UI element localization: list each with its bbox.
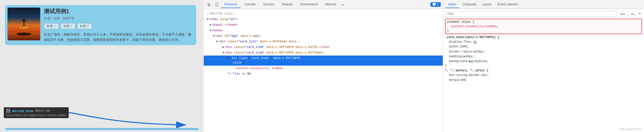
svg-marker-16 bbox=[433, 5, 434, 6]
card-inner-body: display : flex ; width : 100% ; border-r… bbox=[445, 40, 642, 64]
element-style-rule: element.style { content-visibility : hid… bbox=[445, 19, 642, 34]
element-type-icon bbox=[7, 109, 10, 113]
svg-point-2 bbox=[19, 26, 28, 29]
prop-colon: : bbox=[484, 24, 486, 29]
tree-card-item-2: <div class="card_item" data-v-5877d0fb d… bbox=[204, 50, 443, 56]
prop-value-border-radius: 10px bbox=[476, 49, 484, 54]
display-prop: display : flex ; bbox=[449, 40, 642, 44]
styles-panel: Styles Computed Layout Event Listeners :… bbox=[443, 0, 644, 132]
prop-name-border-radius: border-radius bbox=[449, 49, 473, 54]
tree-doctype: <!DOCTYPE html> bbox=[204, 11, 443, 17]
web-page-panel: 测试用例1 作者 · 分类 · 500万字 标签一 标签二 标签三 忆在广陵初，… bbox=[0, 0, 204, 132]
card-text: 忆在广陵初，移船问相识。君骑白马天上来，手把铜章好颜色。东风袅袅吹落花，下马邀予… bbox=[44, 32, 194, 43]
tree-html: <html lang="en"> bbox=[204, 17, 443, 22]
devtools-panel: Elements Console Sources Network Perform… bbox=[204, 0, 443, 132]
tree-card-inner-selected[interactable]: <div class="card_inner" data-v-5877d0fb … bbox=[204, 56, 443, 66]
border-radius-prop: border-radius : ▶ 10px ; bbox=[449, 49, 642, 54]
tree-body: <body> bbox=[204, 28, 443, 33]
hov-toggle-btn[interactable]: :hov bbox=[618, 12, 627, 16]
styles-tab-bar: Styles Computed Layout Event Listeners bbox=[443, 0, 644, 9]
tree-card-list: <div class="card_list" data-v-8d756a6c d… bbox=[204, 39, 443, 44]
styles-filter-input[interactable] bbox=[445, 11, 617, 17]
chat-badge: 1 bbox=[437, 3, 439, 6]
prop-value-hidden: hidden bbox=[486, 24, 496, 29]
chat-icon-btn[interactable]: 1 bbox=[430, 2, 441, 7]
card-image-svg bbox=[8, 8, 40, 40]
prop-name-display: display bbox=[449, 40, 462, 44]
styles-content: :hov .cls + element.style { content-visi… bbox=[443, 9, 644, 132]
card-content: 测试用例1 作者 · 分类 · 500万字 标签一 标签二 标签三 忆在广陵初，… bbox=[44, 8, 194, 43]
skyblue-swatch[interactable] bbox=[471, 60, 473, 63]
prop-triangle-bg: ▶ bbox=[469, 59, 471, 64]
box-sizing-prop: box-sizing : border-box ; bbox=[449, 73, 642, 78]
padding-prop: padding : ▶ 10px ; bbox=[449, 54, 642, 59]
prop-triangle-br: ▶ bbox=[474, 49, 476, 54]
svg-point-3 bbox=[23, 19, 25, 21]
card-inner-style-rule: .card_inner[data-v-5877d0fb] { display :… bbox=[445, 36, 642, 67]
inspect-icon-btn[interactable] bbox=[206, 1, 213, 8]
prop-name-width: width bbox=[449, 44, 458, 49]
tooltip-title-row: div.card_inner 653.2 × 20 bbox=[6, 109, 66, 113]
tab-network[interactable]: Network bbox=[278, 1, 296, 8]
element-style-selector: element.style { bbox=[447, 20, 640, 24]
tree-head: <head>…</head> bbox=[204, 22, 443, 28]
tab-performance[interactable]: Performance bbox=[297, 1, 321, 8]
tab-memory[interactable]: Memory bbox=[322, 1, 340, 8]
devtools-tab-bar: Elements Console Sources Network Perform… bbox=[204, 0, 443, 9]
svg-point-9 bbox=[16, 33, 31, 36]
add-style-btn[interactable]: + bbox=[637, 12, 642, 16]
tooltip-description: Descendants are skipped due to content-v… bbox=[6, 114, 66, 117]
prop-value-flex: flex bbox=[464, 40, 471, 44]
tab-console[interactable]: Console bbox=[241, 1, 259, 8]
tag-3: 标签三 bbox=[77, 23, 92, 29]
chat-icon bbox=[432, 3, 436, 6]
background-prop: background : ▶ skyblue ; bbox=[449, 59, 642, 64]
prop-triangle-m: ▶ bbox=[462, 78, 463, 83]
card-image bbox=[8, 8, 40, 40]
html-tree: <!DOCTYPE html> <html lang="en"> <head>…… bbox=[204, 9, 443, 132]
tooltip-element-size: 653.2 × 20 bbox=[35, 109, 50, 113]
tab-layout[interactable]: Layout bbox=[479, 1, 494, 8]
element-style-close: } bbox=[447, 29, 640, 33]
card-tags: 标签一 标签二 标签三 bbox=[44, 23, 194, 29]
card-component: 测试用例1 作者 · 分类 · 500万字 标签一 标签二 标签三 忆在广陵初，… bbox=[5, 5, 196, 45]
prop-value-width: 100% bbox=[460, 44, 467, 49]
universal-style-rule: *, *::before, *::after { box-sizing : bo… bbox=[445, 69, 642, 83]
universal-body: box-sizing : border-box ; margin : ▶ 0 ; bbox=[445, 73, 642, 83]
prop-triangle-p: ▶ bbox=[464, 54, 465, 59]
prop-value-padding: 10px bbox=[465, 54, 473, 59]
prop-name-content-visibility: content-visibility bbox=[451, 24, 484, 29]
card-inner: 测试用例1 作者 · 分类 · 500万字 标签一 标签二 标签三 忆在广陵初，… bbox=[8, 8, 194, 43]
prop-name-margin: margin bbox=[449, 78, 460, 83]
tag-2: 标签二 bbox=[61, 23, 75, 29]
tab-sources[interactable]: Sources bbox=[260, 1, 278, 8]
tree-card-inner-style: content-visibility: hidden; bbox=[204, 66, 443, 71]
prop-semicolon: ; bbox=[496, 24, 498, 29]
svg-rect-11 bbox=[7, 109, 8, 111]
prop-value-box-sizing: border-box bbox=[469, 73, 487, 78]
watermark: @稀土掘金技术社区 bbox=[619, 127, 642, 131]
card-inner-selector: .card_inner[data-v-5877d0fb] { bbox=[445, 36, 642, 39]
universal-selector: *, *::before, *::after { bbox=[445, 69, 642, 72]
device-toggle-icon bbox=[215, 3, 219, 7]
tab-styles[interactable]: Styles bbox=[445, 1, 459, 8]
element-icon bbox=[6, 109, 10, 113]
mobile-icon-btn[interactable] bbox=[213, 1, 220, 8]
tab-elements[interactable]: Elements bbox=[221, 1, 240, 8]
margin-prop: margin : ▶ 0 ; bbox=[449, 78, 642, 83]
flex-layout-icon[interactable] bbox=[474, 41, 477, 44]
card-title: 测试用例1 bbox=[44, 8, 194, 15]
tab-event-listeners[interactable]: Event Listeners bbox=[494, 1, 521, 8]
more-tabs-btn[interactable]: » bbox=[340, 2, 345, 8]
svg-rect-15 bbox=[433, 3, 436, 5]
filter-row: :hov .cls + bbox=[445, 11, 642, 17]
tag-1: 标签一 bbox=[44, 23, 59, 29]
cls-toggle-btn[interactable]: .cls bbox=[628, 12, 636, 16]
tree-app-div: <div id="app" data-v-app> bbox=[204, 33, 443, 39]
svg-point-14 bbox=[217, 6, 217, 6]
prop-name-box-sizing: box-sizing bbox=[449, 73, 467, 78]
prop-value-margin: 0 bbox=[464, 78, 465, 83]
arrow-indicator bbox=[50, 109, 191, 129]
tab-computed[interactable]: Computed bbox=[459, 1, 479, 8]
element-style-body: content-visibility : hidden ; bbox=[447, 24, 640, 29]
